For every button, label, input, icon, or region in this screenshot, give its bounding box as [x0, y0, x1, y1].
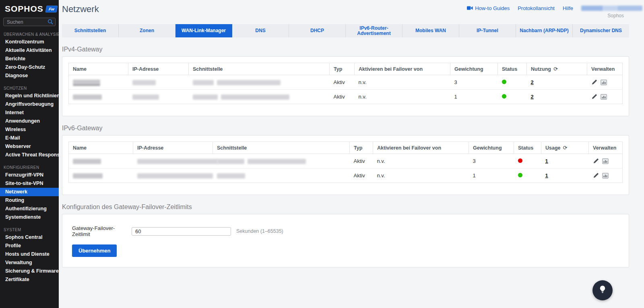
col-ip-adresse: IP-Adresse	[128, 63, 189, 75]
usage-chart-icon[interactable]	[602, 173, 609, 179]
sidebar-item-berichte[interactable]: Berichte	[0, 55, 59, 63]
gewichtung-value: 3	[469, 154, 514, 168]
col-failover-von: Aktivieren bei Failover von	[355, 63, 450, 75]
tab-ipv6-router-advertisement[interactable]: IPv6-Router-Advertisement	[346, 24, 402, 37]
usage-chart-icon[interactable]	[601, 80, 607, 85]
col-schnittstelle: Schnittstelle	[189, 63, 330, 75]
sidebar-item-aktuelle-aktivitaeten[interactable]: Aktuelle Aktivitäten	[0, 46, 59, 55]
sidebar-item-internet[interactable]: Internet	[0, 109, 59, 117]
tab-wan-link-manager[interactable]: WAN-Link-Manager	[175, 24, 232, 37]
table-header-row: Name IP-Adresse Schnittstelle Typ Aktivi…	[69, 142, 623, 154]
sidebar-item-site-to-site-vpn[interactable]: Site-to-site-VPN	[0, 179, 59, 188]
sidebar-item-fernzugriff-vpn[interactable]: Fernzugriff-VPN	[0, 171, 59, 179]
status-dot	[518, 173, 522, 177]
failover-config-card: Gateway-Failover-Zeitlimit Sekunden (1–6…	[62, 214, 629, 267]
usage-chart-icon[interactable]	[602, 158, 609, 164]
gewichtung-value: 1	[450, 90, 498, 104]
sidebar-item-webserver[interactable]: Webserver	[0, 142, 59, 151]
tab-bar: Schnittstellen Zonen WAN-Link-Manager DN…	[62, 24, 629, 37]
typ-value: Aktiv	[350, 154, 373, 168]
brand-name: SOPHOS	[5, 4, 43, 14]
nav-section-protect: SCHÜTZEN Regeln und Richtlinien Angriffs…	[0, 84, 59, 159]
edit-pencil-icon[interactable]	[593, 172, 599, 179]
tab-dynamischer-dns[interactable]: Dynamischer DNS	[573, 24, 629, 37]
sidebar-item-profile[interactable]: Profile	[0, 242, 59, 250]
sidebar-item-zertifikate[interactable]: Zertifikate	[0, 275, 59, 284]
tab-schnittstellen[interactable]: Schnittstellen	[62, 24, 119, 37]
table-header-row: Name IP-Adresse Schnittstelle Typ Aktivi…	[69, 63, 623, 75]
sidebar-item-authentifizierung[interactable]: Authentifizierung	[0, 205, 59, 213]
nav-section-system: SYSTEM Sophos Central Profile Hosts und …	[0, 226, 59, 284]
status-dot	[502, 94, 506, 99]
col-name: Name	[69, 142, 133, 154]
usage-count-link[interactable]: 2	[531, 94, 534, 100]
typ-value: Aktiv	[350, 168, 373, 183]
sidebar-item-email[interactable]: E-Mail	[0, 134, 59, 142]
account-caption: Sophos	[467, 13, 642, 18]
sidebar-item-netzwerk[interactable]: Netzwerk	[0, 188, 59, 196]
tab-mobiles-wan[interactable]: Mobiles WAN	[402, 24, 459, 37]
col-nutzung: Nutzung⟳	[527, 63, 587, 75]
edit-pencil-icon[interactable]	[591, 79, 597, 85]
sidebar-item-routing[interactable]: Routing	[0, 196, 59, 205]
sidebar-item-zero-day-schutz[interactable]: Zero-Day-Schutz	[0, 63, 59, 72]
brand-logo: SOPHOS Fw	[0, 0, 59, 17]
page-title: Netzwerk	[62, 4, 99, 14]
failover-von-value: n.v.	[355, 75, 450, 90]
sidebar-item-sophos-central[interactable]: Sophos Central	[0, 233, 59, 242]
sidebar-item-angriffsvorbeugung[interactable]: Angriffsvorbeugung	[0, 100, 59, 109]
sidebar-item-kontrollzentrum[interactable]: Kontrollzentrum	[0, 38, 59, 46]
sidebar-item-sicherung-firmware[interactable]: Sicherung & Firmware	[0, 267, 59, 275]
sidebar-item-active-threat-response[interactable]: Active Threat Response	[0, 151, 59, 159]
failover-von-value: n.v.	[355, 90, 450, 104]
ipv6-gateway-table: Name IP-Adresse Schnittstelle Typ Aktivi…	[68, 142, 623, 183]
tab-zonen[interactable]: Zonen	[119, 24, 175, 37]
usage-count-link[interactable]: 1	[545, 158, 548, 164]
usage-chart-icon[interactable]	[601, 94, 607, 100]
apply-button[interactable]: Übernehmen	[72, 244, 117, 257]
tab-dns[interactable]: DNS	[232, 24, 289, 37]
col-status: Status	[514, 142, 541, 154]
nav-section-label: ÜBERWACHEN & ANALYSIEREN	[0, 31, 59, 38]
table-row: Aktiv n.v. 3 1	[69, 154, 623, 168]
tab-nachbarn-arp-ndp[interactable]: Nachbarn (ARP-NDP)	[516, 24, 573, 37]
account-name-redacted[interactable]	[581, 6, 642, 11]
refresh-icon[interactable]: ⟳	[563, 145, 568, 151]
sidebar-item-regeln-und-richtlinien[interactable]: Regeln und Richtlinien	[0, 92, 59, 100]
edit-pencil-icon[interactable]	[593, 158, 599, 164]
col-gewichtung: Gewichtung	[469, 142, 514, 154]
sidebar-item-diagnose[interactable]: Diagnose	[0, 72, 59, 80]
redacted-ip-address	[132, 94, 159, 100]
usage-count-link[interactable]: 1	[545, 172, 548, 179]
sidebar-item-anwendungen[interactable]: Anwendungen	[0, 117, 59, 125]
topbar-right: How-to Guides Protokollansicht Hilfe Sop…	[467, 5, 642, 18]
failover-timeout-hint: Sekunden (1–65535)	[236, 228, 283, 234]
protokollansicht-link[interactable]: Protokollansicht	[518, 5, 555, 11]
hilfe-link[interactable]: Hilfe	[563, 5, 573, 11]
firewall-badge: Fw	[45, 6, 58, 12]
ipv4-gateway-heading: IPv4-Gateway	[62, 46, 629, 53]
ipv4-gateway-table: Name IP-Adresse Schnittstelle Typ Aktivi…	[68, 63, 623, 104]
failover-von-value: n.v.	[373, 168, 469, 183]
sidebar-item-hosts-und-dienste[interactable]: Hosts und Dienste	[0, 250, 59, 259]
ipv6-gateway-heading: IPv6-Gateway	[62, 125, 629, 132]
search-icon[interactable]	[47, 19, 53, 26]
tab-dhcp[interactable]: DHCP	[289, 24, 346, 37]
sidebar-item-systemdienste[interactable]: Systemdienste	[0, 213, 59, 222]
usage-count-link[interactable]: 2	[531, 79, 534, 85]
refresh-icon[interactable]: ⟳	[553, 66, 558, 72]
redacted-interface	[217, 159, 244, 164]
sidebar-item-wireless[interactable]: Wireless	[0, 125, 59, 134]
assistant-fab-button[interactable]	[592, 280, 613, 300]
col-verwalten: Verwalten	[587, 63, 623, 75]
nav-section-configure: KONFIGURIEREN Fernzugriff-VPN Site-to-si…	[0, 164, 59, 222]
edit-pencil-icon[interactable]	[591, 94, 597, 100]
table-row: Aktiv n.v. 1 1	[69, 168, 623, 183]
tab-ip-tunnel[interactable]: IP-Tunnel	[459, 24, 516, 37]
col-typ: Typ	[330, 63, 355, 75]
failover-timeout-input[interactable]	[132, 227, 231, 236]
sidebar-item-verwaltung[interactable]: Verwaltung	[0, 259, 59, 267]
how-to-guides-link[interactable]: How-to Guides	[467, 5, 510, 11]
failover-timeout-row: Gateway-Failover-Zeitlimit Sekunden (1–6…	[68, 220, 623, 237]
gewichtung-value: 3	[450, 75, 498, 90]
